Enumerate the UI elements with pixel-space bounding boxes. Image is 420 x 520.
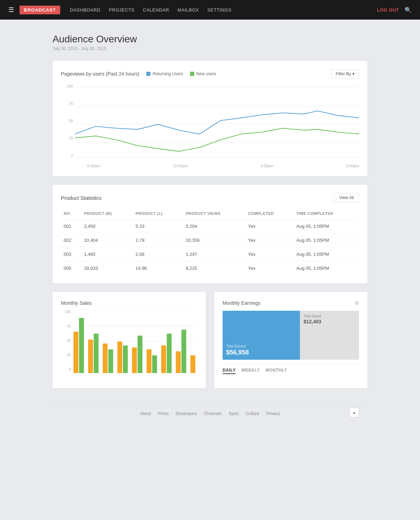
footer-sport[interactable]: Sport bbox=[229, 411, 239, 416]
y-label-75: 75 bbox=[61, 101, 73, 106]
chevron-down-icon: ▾ bbox=[352, 71, 355, 76]
legend-new-label: New users bbox=[196, 71, 216, 76]
footer-channels[interactable]: Channels bbox=[204, 411, 222, 416]
brand-logo[interactable]: BROADCAST bbox=[20, 6, 60, 14]
filter-label: Filter By bbox=[336, 71, 351, 76]
earnings-title: Monthly Earnings bbox=[223, 300, 260, 306]
nav-dashboard[interactable]: DASHBOARD bbox=[70, 7, 100, 13]
bar-y-50: 50 bbox=[61, 339, 71, 343]
footer-links: About Press Developers Channels Sport Cu… bbox=[52, 405, 368, 422]
x-label-12pm: 12:00pm bbox=[173, 164, 188, 168]
nav-right: LOG OUT 🔍 bbox=[377, 7, 412, 13]
col-completed: COMPLETED bbox=[245, 208, 294, 219]
row2-no: 002 bbox=[61, 233, 81, 247]
view-all-button[interactable]: View All bbox=[334, 193, 359, 202]
returning-dot bbox=[146, 72, 150, 76]
svg-rect-14 bbox=[103, 344, 108, 373]
y-label-0: 0 bbox=[61, 153, 73, 157]
svg-rect-16 bbox=[117, 342, 122, 373]
monthly-sales-title: Monthly Sales bbox=[61, 300, 197, 306]
svg-rect-25 bbox=[181, 330, 186, 373]
nav-calendar[interactable]: CALENDAR bbox=[143, 7, 169, 13]
nav-projects[interactable]: PROJECTS bbox=[109, 7, 134, 13]
product-stats-card: Product Statistics View All NO. PRODUCT … bbox=[52, 185, 368, 283]
legend-new: New users bbox=[190, 71, 216, 76]
tab-monthly[interactable]: MONTHLY bbox=[266, 368, 287, 374]
row1-no: 001 bbox=[61, 219, 81, 233]
row3-product-l: 2.08 bbox=[133, 247, 183, 261]
svg-rect-21 bbox=[152, 355, 157, 373]
returning-line bbox=[75, 111, 359, 134]
tab-weekly[interactable]: WEEKLY bbox=[241, 368, 260, 374]
row1-views: 5,204 bbox=[183, 219, 245, 233]
footer-privacy[interactable]: Privacy bbox=[266, 411, 280, 416]
footer-culture[interactable]: Culture bbox=[246, 411, 259, 416]
footer-press[interactable]: Press bbox=[158, 411, 169, 416]
table-row: 003 1,465 2.08 1,247 Yes Aug 05, 1:05PM bbox=[61, 247, 359, 261]
total-spent-label: Total Spent bbox=[303, 314, 356, 318]
hamburger-icon[interactable]: ☰ bbox=[8, 6, 14, 14]
line-chart-svg bbox=[75, 84, 359, 161]
svg-rect-20 bbox=[147, 350, 152, 373]
bar-y-100: 100 bbox=[61, 310, 71, 314]
earnings-header: Monthly Earnings ⚙ bbox=[223, 300, 359, 306]
svg-rect-24 bbox=[176, 351, 181, 373]
svg-rect-26 bbox=[190, 355, 195, 373]
nav-mailbox[interactable]: MAILBOX bbox=[177, 7, 199, 13]
bar-y-75: 75 bbox=[61, 324, 71, 328]
row3-no: 003 bbox=[61, 247, 81, 261]
row3-completed: Yes bbox=[245, 247, 294, 261]
logout-button[interactable]: LOG OUT bbox=[377, 7, 399, 13]
legend-returning: Returning Users bbox=[146, 71, 183, 76]
monthly-earnings-card: Monthly Earnings ⚙ Total Earned $56,958 … bbox=[214, 292, 368, 388]
y-label-25: 25 bbox=[61, 136, 73, 140]
svg-rect-12 bbox=[88, 339, 93, 373]
y-label-50: 50 bbox=[61, 119, 73, 123]
total-earned-bar: Total Earned $56,958 bbox=[223, 311, 300, 360]
legend-returning-label: Returning Users bbox=[153, 71, 183, 76]
page-subtitle: July 30, 2015 - July 30, 2015 bbox=[52, 46, 368, 51]
nav-settings[interactable]: SETTINGS bbox=[207, 7, 231, 13]
row2-product-m: 10,404 bbox=[81, 233, 133, 247]
row3-product-m: 1,465 bbox=[81, 247, 133, 261]
y-axis-labels: 100 75 50 25 0 bbox=[61, 84, 73, 157]
x-axis-labels: 6:00am 12:00pm 4:00pm 9:00pm bbox=[75, 164, 359, 168]
table-row: 005 20,033 14.96 8,225 Yes Aug 05, 1:05P… bbox=[61, 261, 359, 275]
new-dot bbox=[190, 72, 194, 76]
bar-y-25: 25 bbox=[61, 353, 71, 357]
bottom-panels: Monthly Sales 100 75 50 25 0 bbox=[52, 292, 368, 397]
footer-developers[interactable]: Developers bbox=[176, 411, 197, 416]
total-earned-label: Total Earned bbox=[226, 344, 296, 348]
row4-time: Aug 05, 1:05PM bbox=[294, 261, 359, 275]
col-product-l: PRODUCT (L) bbox=[133, 208, 183, 219]
svg-rect-13 bbox=[94, 334, 99, 373]
page-title: Audience Overview bbox=[52, 34, 368, 45]
table-header-row: Product Statistics View All bbox=[61, 193, 359, 202]
stats-table: NO. PRODUCT (M) PRODUCT (L) PRODUCT VIEW… bbox=[61, 208, 359, 275]
chart-title: Pageviews by users (Past 24 hours) bbox=[61, 71, 139, 77]
row3-time: Aug 05, 1:05PM bbox=[294, 247, 359, 261]
row1-completed: Yes bbox=[245, 219, 294, 233]
table-row: 001 2,450 5.33 5,204 Yes Aug 05, 1:05PM bbox=[61, 219, 359, 233]
navbar: ☰ BROADCAST DASHBOARD PROJECTS CALENDAR … bbox=[0, 0, 420, 20]
footer-about[interactable]: About bbox=[140, 411, 151, 416]
col-time-completed: TIME COMPLETED bbox=[294, 208, 359, 219]
svg-rect-11 bbox=[79, 318, 84, 373]
x-label-6am: 6:00am bbox=[87, 164, 100, 168]
x-label-9pm: 9:00pm bbox=[346, 164, 359, 168]
col-product-views: PRODUCT VIEWS bbox=[183, 208, 245, 219]
search-icon[interactable]: 🔍 bbox=[405, 7, 412, 13]
gear-icon[interactable]: ⚙ bbox=[355, 300, 359, 306]
filter-button[interactable]: Filter By ▾ bbox=[331, 69, 359, 78]
new-users-line bbox=[75, 128, 359, 152]
svg-rect-22 bbox=[161, 345, 166, 373]
y-label-100: 100 bbox=[61, 84, 73, 88]
scroll-to-top-button[interactable]: ▲ bbox=[349, 408, 359, 417]
total-spent-value: $12,403 bbox=[303, 319, 356, 324]
row2-time: Aug 05, 1:05PM bbox=[294, 233, 359, 247]
table-title: Product Statistics bbox=[61, 195, 102, 201]
bar-chart-area: 100 75 50 25 0 bbox=[61, 310, 197, 380]
tab-daily[interactable]: DAILY bbox=[223, 368, 236, 374]
table-body: 001 2,450 5.33 5,204 Yes Aug 05, 1:05PM … bbox=[61, 219, 359, 275]
row2-product-l: 2.79 bbox=[133, 233, 183, 247]
